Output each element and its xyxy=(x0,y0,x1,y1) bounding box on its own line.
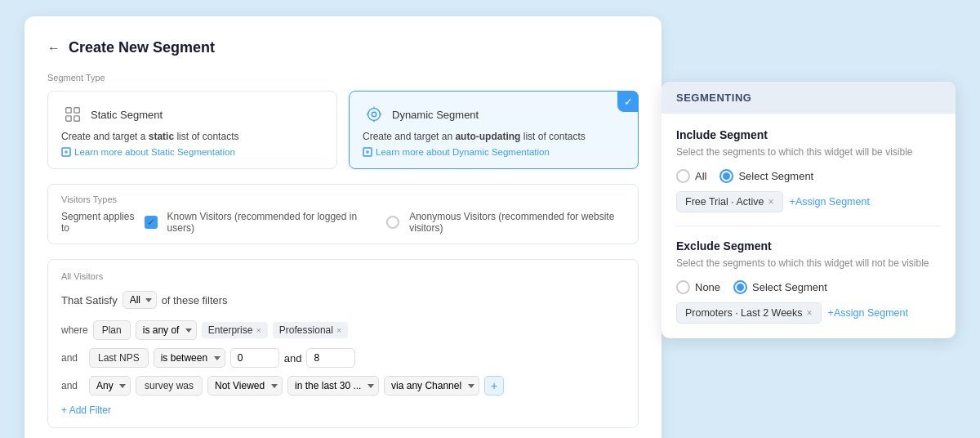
segment-type-row: Static Segment Create and target a stati… xyxy=(47,91,639,169)
page-wrapper: ← Create New Segment Segment Type Static… xyxy=(24,16,956,438)
svg-rect-0 xyxy=(66,108,71,113)
include-tag-free-trial-text: Free Trial · Active xyxy=(685,196,764,208)
exclude-tag-promoters-remove[interactable]: × xyxy=(807,307,813,319)
back-button[interactable]: ← xyxy=(47,41,60,56)
seg-divider xyxy=(676,226,941,226)
filter1-operator[interactable]: is any of xyxy=(136,320,197,340)
exclude-tag-promoters-text: Promoters · Last 2 Weeks xyxy=(685,307,803,319)
exclude-radio-row: None Select Segment xyxy=(676,280,941,294)
svg-point-8 xyxy=(368,109,381,121)
include-select-segment-option[interactable]: Select Segment xyxy=(719,169,813,183)
exclude-segment-desc: Select the segments to which this widget… xyxy=(676,256,941,270)
dynamic-segment-name: Dynamic Segment xyxy=(392,109,479,121)
static-segment-desc: Create and target a static list of conta… xyxy=(61,131,323,142)
static-segment-name: Static Segment xyxy=(91,109,163,121)
exclude-select-segment-option[interactable]: Select Segment xyxy=(733,280,827,294)
active-check-badge: ✓ xyxy=(617,91,639,112)
filter2-from-input[interactable] xyxy=(230,348,279,368)
segmenting-header: SEGMENTING xyxy=(662,82,956,114)
static-learn-more-link[interactable]: Learn more about Static Segmentation xyxy=(61,147,323,157)
filter3-prefix: and xyxy=(61,380,84,391)
svg-point-7 xyxy=(372,112,376,117)
filter3-time[interactable]: in the last 30 ... xyxy=(287,376,379,396)
include-tag-free-trial-remove[interactable]: × xyxy=(768,196,774,208)
static-segment-card[interactable]: Static Segment Create and target a stati… xyxy=(47,91,337,169)
known-visitors-label: Known Visitors (recommended for logged i… xyxy=(167,211,359,234)
exclude-tag-row: Promoters · Last 2 Weeks × +Assign Segme… xyxy=(676,302,941,324)
segment-applies-label: Segment applies to xyxy=(61,211,135,234)
filter1-prefix: where xyxy=(61,324,88,336)
static-learn-more-text: Learn more about Static Segmentation xyxy=(74,147,235,157)
satisfy-prefix: That Satisfy xyxy=(61,294,118,306)
all-visitors-label: All Visitors xyxy=(61,271,625,281)
include-tag-free-trial: Free Trial · Active × xyxy=(676,191,783,212)
include-select-segment-label: Select Segment xyxy=(738,170,813,182)
satisfy-suffix: of these filters xyxy=(162,294,228,306)
all-visitors-box: All Visitors That Satisfy All of these f… xyxy=(47,259,639,428)
anonymous-visitors-label: Anonymous Visitors (recommended for webs… xyxy=(409,211,620,234)
exclude-segment-title: Exclude Segment xyxy=(676,239,941,253)
filter-row-3: and Any survey was Not Viewed in the las… xyxy=(61,376,625,396)
segmenting-body: Include Segment Select the segments to w… xyxy=(662,114,956,338)
include-segment-title: Include Segment xyxy=(676,128,941,141)
exclude-select-segment-label: Select Segment xyxy=(752,281,827,293)
include-segment-desc: Select the segments to which this widget… xyxy=(676,145,941,159)
filter1-professional-remove[interactable]: × xyxy=(336,325,341,335)
filter2-operator[interactable]: is between xyxy=(154,348,225,368)
static-segment-icon xyxy=(61,103,84,126)
include-radio-row: All Select Segment xyxy=(676,169,941,183)
exclude-none-label: None xyxy=(695,281,720,293)
filter3-plus-button[interactable]: + xyxy=(484,376,504,396)
header: ← Create New Segment xyxy=(47,39,639,56)
visitors-row: Segment applies to ✓ Known Visitors (rec… xyxy=(61,211,625,234)
dynamic-learn-more-link[interactable]: Learn more about Dynamic Segmentation xyxy=(363,147,625,157)
svg-rect-1 xyxy=(74,108,79,113)
segment-type-label: Segment Type xyxy=(47,73,639,83)
filter1-field[interactable]: Plan xyxy=(93,320,131,340)
visitors-types-box: Visitors Types Segment applies to ✓ Know… xyxy=(47,184,639,244)
include-select-segment-radio[interactable] xyxy=(719,169,733,183)
filter3-channel[interactable]: via any Channel xyxy=(384,376,479,396)
filter1-tag-enterprise: Enterprise × xyxy=(202,322,268,338)
filter2-prefix: and xyxy=(61,352,84,364)
static-card-header: Static Segment xyxy=(61,103,323,126)
satisfy-select[interactable]: All xyxy=(122,291,157,309)
svg-rect-3 xyxy=(74,116,79,121)
visitors-types-label: Visitors Types xyxy=(61,194,625,204)
filter-row-2: and Last NPS is between and xyxy=(61,348,625,368)
filter3-field[interactable]: Any xyxy=(89,376,131,396)
filter-row-1: where Plan is any of Enterprise × Profes… xyxy=(61,320,625,340)
include-all-label: All xyxy=(695,170,706,182)
dynamic-segment-card[interactable]: Dynamic Segment Create and target an aut… xyxy=(349,91,639,169)
dynamic-segment-desc: Create and target an auto-updating list … xyxy=(363,131,625,142)
include-all-option[interactable]: All xyxy=(676,169,706,183)
anonymous-visitors-radio[interactable] xyxy=(386,216,399,229)
add-filter-button[interactable]: + Add Filter xyxy=(61,404,111,416)
main-card: ← Create New Segment Segment Type Static… xyxy=(24,16,662,438)
include-assign-link[interactable]: +Assign Segment xyxy=(790,196,870,208)
satisfy-row: That Satisfy All of these filters xyxy=(61,291,625,309)
exclude-radio-inner xyxy=(737,284,744,291)
segmenting-panel: SEGMENTING Include Segment Select the se… xyxy=(662,82,956,338)
known-visitors-checkbox[interactable]: ✓ xyxy=(145,216,158,229)
exclude-assign-link[interactable]: +Assign Segment xyxy=(828,307,908,319)
exclude-none-option[interactable]: None xyxy=(676,280,720,294)
include-tag-row: Free Trial · Active × +Assign Segment xyxy=(676,191,941,212)
filter1-tag-professional: Professional × xyxy=(273,322,348,338)
filter3-survey-label: survey was xyxy=(136,376,203,396)
exclude-tag-promoters: Promoters · Last 2 Weeks × xyxy=(676,302,822,324)
filter2-field[interactable]: Last NPS xyxy=(89,348,149,368)
exclude-select-segment-radio[interactable] xyxy=(733,280,747,294)
svg-rect-2 xyxy=(66,116,71,121)
page-title: Create New Segment xyxy=(69,39,215,56)
dynamic-card-header: Dynamic Segment xyxy=(363,103,625,126)
include-all-radio[interactable] xyxy=(676,169,690,183)
exclude-none-radio[interactable] xyxy=(676,280,690,294)
dynamic-segment-icon xyxy=(363,103,385,126)
filter1-enterprise-remove[interactable]: × xyxy=(256,325,261,335)
filter2-to-input[interactable] xyxy=(306,348,355,368)
filter2-and-label: and xyxy=(284,352,302,364)
dynamic-learn-more-text: Learn more about Dynamic Segmentation xyxy=(376,147,550,157)
include-radio-inner xyxy=(723,172,730,180)
filter3-value[interactable]: Not Viewed xyxy=(207,376,283,396)
